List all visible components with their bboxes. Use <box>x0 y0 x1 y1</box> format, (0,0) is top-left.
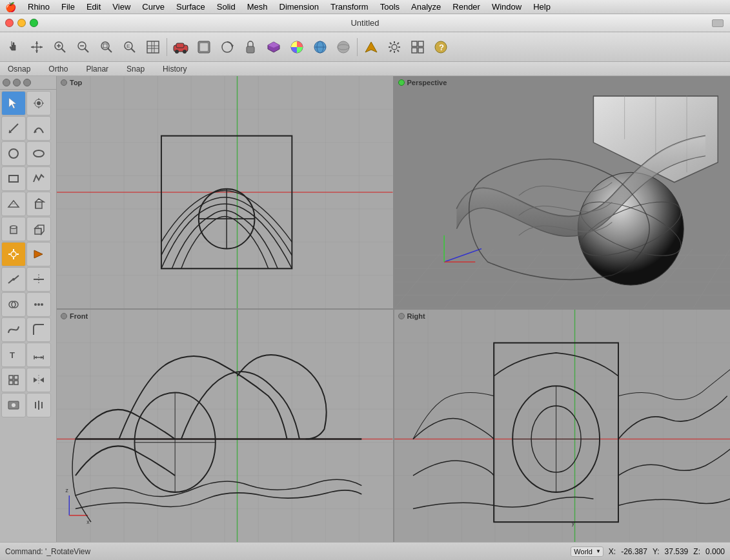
menu-rhino[interactable]: Rhino <box>23 1 55 13</box>
close-button[interactable] <box>5 19 14 27</box>
menu-edit[interactable]: Edit <box>81 1 106 13</box>
toolbar-hand-icon[interactable] <box>3 36 25 58</box>
lt-gear-icon[interactable] <box>1 242 26 266</box>
lt-line-icon[interactable] <box>1 116 26 141</box>
menu-curve[interactable]: Curve <box>137 1 170 13</box>
snap-ortho[interactable]: Ortho <box>46 64 70 74</box>
toolbar-zoom-extents-icon[interactable]: E <box>119 36 141 58</box>
menu-analyze[interactable]: Analyze <box>406 1 446 13</box>
lt-split-icon[interactable] <box>26 267 51 292</box>
svg-point-39 <box>338 41 349 53</box>
svg-point-68 <box>34 150 44 157</box>
svg-text:T: T <box>10 350 15 360</box>
menubar: 🍎 Rhino File Edit View Curve Surface Sol… <box>0 0 730 14</box>
svg-point-58 <box>37 101 41 105</box>
toolbar-render-preview-icon[interactable] <box>193 36 215 58</box>
toolbar-gem-icon[interactable] <box>263 36 285 58</box>
toolbar-sphere-icon[interactable] <box>332 36 354 58</box>
toolbar-zoom-in-icon[interactable] <box>49 36 71 58</box>
menu-surface[interactable]: Surface <box>171 1 210 13</box>
toolbar-grid-icon[interactable] <box>142 36 164 58</box>
snap-history[interactable]: History <box>160 64 189 74</box>
menu-view[interactable]: View <box>107 1 136 13</box>
snap-snap[interactable]: Snap <box>124 64 147 74</box>
lt-circle-icon[interactable] <box>1 141 26 166</box>
menu-dimension[interactable]: Dimension <box>274 1 324 13</box>
svg-rect-53 <box>412 48 417 53</box>
viewport-right[interactable]: Right <box>394 310 731 542</box>
svg-point-80 <box>11 252 16 257</box>
menu-tools[interactable]: Tools <box>375 1 405 13</box>
lt-dot-2[interactable] <box>13 79 21 86</box>
lt-render-icon[interactable] <box>1 393 26 417</box>
toolbar-settings-icon[interactable] <box>383 36 405 58</box>
y-label: Y: <box>653 547 660 556</box>
lt-cursor-icon[interactable] <box>1 91 26 115</box>
lt-solid-icon[interactable] <box>26 192 51 216</box>
toolbar-rotate-icon[interactable] <box>216 36 238 58</box>
viewport-top[interactable]: Top <box>57 76 393 308</box>
toolbar: E <box>0 32 730 62</box>
svg-rect-51 <box>412 41 417 46</box>
menu-transform[interactable]: Transform <box>325 1 374 13</box>
lt-text-icon[interactable]: T <box>1 343 26 367</box>
window-zoom-button[interactable] <box>712 19 724 27</box>
lt-row-8 <box>1 267 55 292</box>
snap-osnap[interactable]: Osnap <box>5 64 33 74</box>
lt-arc-icon[interactable] <box>26 116 51 141</box>
lt-block-icon[interactable] <box>1 368 26 392</box>
lt-curve-icon[interactable] <box>1 317 26 342</box>
lt-arrow-run-icon[interactable] <box>26 242 51 266</box>
main-layout: T <box>0 76 730 542</box>
toolbar-globe-icon[interactable] <box>309 36 331 58</box>
svg-text:y: y <box>571 520 574 526</box>
lt-fillet-icon[interactable] <box>26 317 51 342</box>
lt-controls <box>0 76 56 90</box>
lt-join-icon[interactable] <box>1 267 26 292</box>
lt-dot-1[interactable] <box>3 79 10 86</box>
lt-rect-icon[interactable] <box>1 166 26 191</box>
coord-system-select[interactable]: World ▼ <box>571 546 603 557</box>
toolbar-move-icon[interactable] <box>26 36 48 58</box>
lt-row-1 <box>1 91 55 115</box>
toolbar-help-icon[interactable]: ? <box>430 36 452 58</box>
lt-mirror-icon[interactable] <box>26 368 51 392</box>
lt-handle-icon[interactable] <box>26 393 51 417</box>
toolbar-zoom-window-icon[interactable] <box>96 36 117 58</box>
svg-line-87 <box>14 275 19 279</box>
lt-surface-icon[interactable] <box>1 192 26 216</box>
lt-dimension-icon[interactable] <box>26 343 51 367</box>
z-label: Z: <box>693 547 700 556</box>
menu-solid[interactable]: Solid <box>212 1 241 13</box>
svg-point-95 <box>41 303 43 306</box>
lt-point-icon[interactable] <box>26 91 51 115</box>
svg-point-26 <box>175 50 179 54</box>
lt-dot-3[interactable] <box>23 79 31 86</box>
toolbar-car-icon[interactable] <box>170 36 192 58</box>
snap-planar[interactable]: Planar <box>83 64 111 74</box>
toolbar-zoom-out-icon[interactable] <box>72 36 94 58</box>
lt-ellipse-icon[interactable] <box>26 141 51 166</box>
menu-render[interactable]: Render <box>447 1 485 13</box>
lt-dots-icon[interactable] <box>26 292 51 317</box>
menu-help[interactable]: Help <box>528 1 556 13</box>
lt-cylinder-icon[interactable] <box>1 217 26 241</box>
lt-boolean-icon[interactable] <box>1 292 26 317</box>
lt-polyline-icon[interactable] <box>26 166 51 191</box>
minimize-button[interactable] <box>17 19 26 27</box>
toolbar-arrow-icon[interactable] <box>360 36 382 58</box>
maximize-button[interactable] <box>30 19 38 27</box>
coord-chevron-icon: ▼ <box>596 548 601 554</box>
svg-line-9 <box>61 48 65 52</box>
lt-row-7 <box>1 242 55 266</box>
apple-menu[interactable]: 🍎 <box>5 2 16 12</box>
lt-box-icon[interactable] <box>26 217 51 241</box>
toolbar-color-wheel-icon[interactable] <box>286 36 308 58</box>
menu-mesh[interactable]: Mesh <box>242 1 273 13</box>
toolbar-lock-icon[interactable] <box>239 36 261 58</box>
menu-window[interactable]: Window <box>487 1 527 13</box>
toolbar-grid2-icon[interactable] <box>407 36 429 58</box>
viewport-perspective[interactable]: Perspective <box>394 76 731 308</box>
viewport-front[interactable]: Front <box>57 310 393 542</box>
menu-file[interactable]: File <box>56 1 80 13</box>
